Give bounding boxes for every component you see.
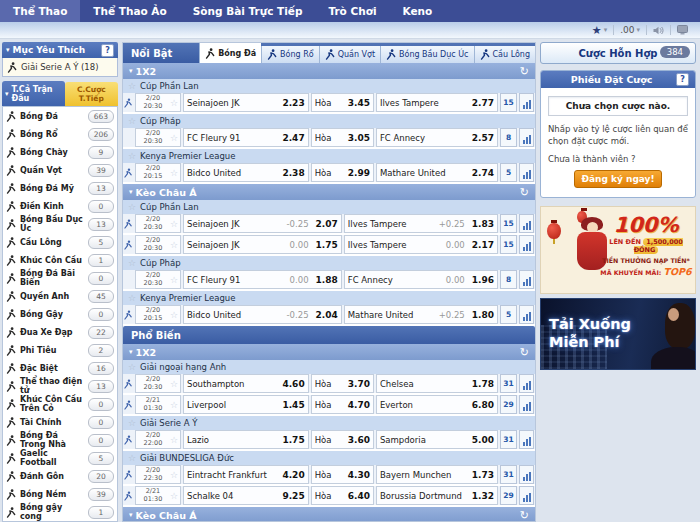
- featured-sport-tab[interactable]: Bóng Bầu Dục Úc: [380, 46, 474, 63]
- league-header[interactable]: ☆ Cúp Pháp: [123, 114, 535, 128]
- league-star-icon[interactable]: ☆: [128, 362, 136, 372]
- nav-tab[interactable]: Trò Chơi: [315, 0, 389, 22]
- sidebar-sport-item[interactable]: Phi Tiêu 2: [3, 341, 117, 359]
- sidebar-sport-item[interactable]: Bóng Đá Bãi Biển 0: [3, 269, 117, 287]
- away-odds-cell[interactable]: Sampdoria5.00: [376, 430, 498, 449]
- sidebar-sport-item[interactable]: Gaelic Football 5: [3, 449, 117, 467]
- home-odds-cell[interactable]: FC Fleury 912.47: [183, 128, 309, 147]
- deposit-bonus-banner[interactable]: 100% LÊN ĐẾN 1,500,000 ĐỒNG TIỀN THƯỞNG …: [540, 206, 696, 294]
- home-handicap-cell[interactable]: Seinajoen JK0.001.75: [183, 235, 342, 254]
- market-count[interactable]: 31: [500, 430, 517, 449]
- sidebar-sport-item[interactable]: Bóng Ném 39: [3, 485, 117, 503]
- league-star-icon[interactable]: ☆: [128, 258, 136, 268]
- draw-odds-cell[interactable]: Hòa3.60: [311, 430, 374, 449]
- league-star-icon[interactable]: ☆: [128, 151, 136, 161]
- favorite-star-icon[interactable]: ☆: [170, 379, 180, 389]
- away-handicap-cell[interactable]: Ilves Tampere+0.251.83: [344, 214, 498, 233]
- sidebar-sport-item[interactable]: Bóng gậy cong 1: [3, 503, 117, 521]
- nav-tab[interactable]: Sòng Bài Trực Tiếp: [180, 0, 316, 22]
- stats-chart-icon[interactable]: [519, 374, 534, 393]
- featured-sport-tab[interactable]: Quần Vợt: [319, 46, 380, 63]
- home-odds-cell[interactable]: Southampton4.60: [183, 374, 309, 393]
- home-odds-cell[interactable]: Lazio1.75: [183, 430, 309, 449]
- home-odds-cell[interactable]: Liverpool1.45: [183, 395, 309, 414]
- market-count[interactable]: 29: [500, 395, 517, 414]
- refresh-icon[interactable]: ↻: [520, 65, 529, 78]
- mix-parlay-button[interactable]: Cược Hỗn Hợp 384: [540, 42, 696, 64]
- favorite-league-item[interactable]: Giải Serie A Ý (18): [3, 58, 117, 76]
- sidebar-sport-item[interactable]: Khúc Côn Cầu 1: [3, 251, 117, 269]
- stats-chart-icon[interactable]: [519, 486, 534, 505]
- sidebar-sport-item[interactable]: Khúc Côn Cầu Trên Cỏ 0: [3, 395, 117, 413]
- home-handicap-cell[interactable]: FC Fleury 910.001.88: [183, 270, 342, 289]
- refresh-icon[interactable]: ↻: [520, 186, 529, 199]
- stats-chart-icon[interactable]: [519, 270, 534, 289]
- market-count[interactable]: 31: [500, 374, 517, 393]
- section-header-asian-bottom[interactable]: ▾ Kèo Châu Á ↻: [123, 507, 535, 522]
- download-banner[interactable]: Tải Xuống Miễn Phí: [540, 298, 696, 370]
- market-count[interactable]: 5: [500, 163, 517, 182]
- stats-chart-icon[interactable]: [519, 305, 534, 324]
- league-header[interactable]: ☆ Giải BUNDESLIGA Đức: [123, 451, 535, 465]
- sidebar-sport-item[interactable]: Điền Kinh 0: [3, 197, 117, 215]
- favorite-star-icon[interactable]: ☆: [170, 435, 180, 445]
- home-handicap-cell[interactable]: Seinajoen JK-0.252.07: [183, 214, 342, 233]
- favorite-star-icon[interactable]: ☆: [170, 133, 180, 143]
- draw-odds-cell[interactable]: Hòa2.99: [311, 163, 374, 182]
- section-header-asian-handicap[interactable]: ▾ Kèo Châu Á ↻: [123, 184, 535, 200]
- nav-tab[interactable]: Thể Thao Ảo: [80, 0, 179, 22]
- sidebar-sport-item[interactable]: Bóng Đá 663: [3, 107, 117, 125]
- away-odds-cell[interactable]: Borussia Dortmund1.32: [376, 486, 498, 505]
- home-odds-cell[interactable]: Bidco United2.38: [183, 163, 309, 182]
- stats-chart-icon[interactable]: [519, 93, 534, 112]
- home-handicap-cell[interactable]: Bidco United-0.252.04: [183, 305, 342, 324]
- market-count[interactable]: 15: [500, 93, 517, 112]
- away-handicap-cell[interactable]: Ilves Tampere0.002.17: [344, 235, 498, 254]
- league-header[interactable]: ☆ Giải Serie A Ý: [123, 416, 535, 430]
- draw-odds-cell[interactable]: Hòa3.05: [311, 128, 374, 147]
- away-odds-cell[interactable]: Bayern Munchen1.73: [376, 465, 498, 484]
- market-count[interactable]: 29: [500, 486, 517, 505]
- sidebar-sport-item[interactable]: Bóng Đá Trong Nhà 0: [3, 431, 117, 449]
- favorite-star-icon[interactable]: ☆: [170, 491, 180, 501]
- league-header[interactable]: ☆ Giải ngoại hạng Anh: [123, 360, 535, 374]
- tab-all-matches[interactable]: ▾T.Cả Trận Đấu: [2, 81, 65, 106]
- section-header-popular-1x2[interactable]: ▾ 1X2 ↻: [123, 344, 535, 360]
- stats-chart-icon[interactable]: [519, 163, 534, 182]
- league-star-icon[interactable]: ☆: [128, 81, 136, 91]
- sidebar-sport-item[interactable]: Đua Xe Đạp 22: [3, 323, 117, 341]
- away-handicap-cell[interactable]: Mathare United+0.251.80: [344, 305, 498, 324]
- stats-chart-icon[interactable]: [519, 430, 534, 449]
- market-count[interactable]: 5: [500, 305, 517, 324]
- sidebar-sport-item[interactable]: Bóng Bầu Dục Úc 13: [3, 215, 117, 233]
- favorites-header[interactable]: ▾ Mục Yêu Thích ?: [2, 42, 118, 58]
- home-odds-cell[interactable]: Schalke 049.25: [183, 486, 309, 505]
- league-star-icon[interactable]: ☆: [128, 453, 136, 463]
- sidebar-sport-item[interactable]: Bóng Đá Mỹ 13: [3, 179, 117, 197]
- stats-chart-icon[interactable]: [519, 128, 534, 147]
- favorite-star-icon[interactable]: ☆: [170, 400, 180, 410]
- league-header[interactable]: ☆ Cúp Phần Lan: [123, 200, 535, 214]
- away-odds-cell[interactable]: Everton6.80: [376, 395, 498, 414]
- stats-chart-icon[interactable]: [519, 214, 534, 233]
- sidebar-sport-item[interactable]: Đặc Biệt 16: [3, 359, 117, 377]
- register-button[interactable]: Đăng ký ngay!: [574, 170, 662, 188]
- home-odds-cell[interactable]: Seinajoen JK2.23: [183, 93, 309, 112]
- market-count[interactable]: 15: [500, 235, 517, 254]
- nav-tab[interactable]: Thể Thao: [0, 0, 80, 22]
- sidebar-sport-item[interactable]: Thể thao điện tử 13: [3, 377, 117, 395]
- featured-sport-tab[interactable]: Bóng Đá: [199, 43, 261, 63]
- league-header[interactable]: ☆ Cúp Phần Lan: [123, 79, 535, 93]
- favorite-star-icon[interactable]: ☆: [170, 168, 180, 178]
- sidebar-sport-item[interactable]: Bóng Gậy 0: [3, 305, 117, 323]
- league-star-icon[interactable]: ☆: [128, 202, 136, 212]
- league-header[interactable]: ☆ Kenya Premier League: [123, 291, 535, 305]
- favorite-star-icon[interactable]: ☆: [170, 275, 180, 285]
- odds-format-selector[interactable]: .00▾: [616, 25, 644, 35]
- sidebar-sport-item[interactable]: Quần Vợt 39: [3, 161, 117, 179]
- nav-tab[interactable]: Keno: [390, 0, 446, 22]
- home-odds-cell[interactable]: Eintracht Frankfurt4.20: [183, 465, 309, 484]
- featured-sport-tab[interactable]: Bóng Rổ: [261, 46, 319, 63]
- sidebar-sport-item[interactable]: Bóng Chày 9: [3, 143, 117, 161]
- help-icon[interactable]: ?: [101, 44, 114, 57]
